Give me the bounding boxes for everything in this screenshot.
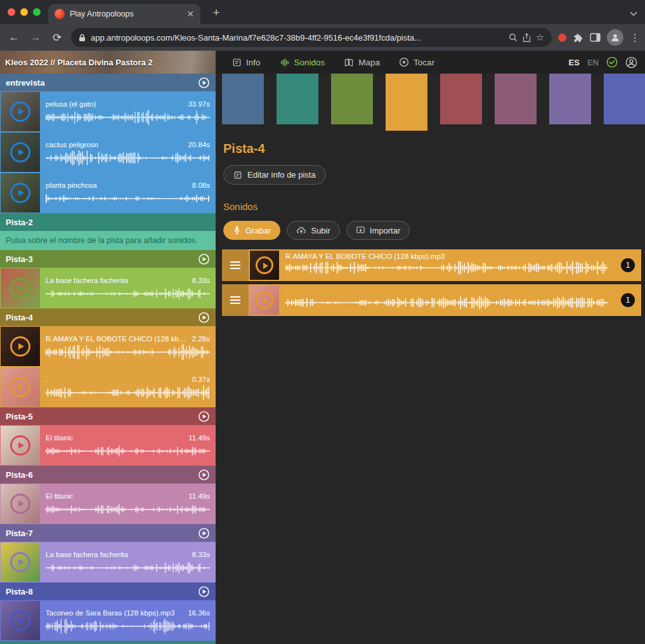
track-swatch-Pista-5[interactable] [440,74,482,124]
sound-row[interactable]: R.AMAYA Y EL BOBOTE CHICO (128 kbps).mp3… [222,249,641,281]
play-track-icon[interactable] [198,77,210,89]
play-track-icon[interactable] [198,527,210,539]
close-window-button[interactable] [8,8,15,16]
track-swatch-Pista-4[interactable] [386,74,427,131]
lang-en[interactable]: EN [587,58,599,67]
track-play-button[interactable] [198,527,210,539]
profile-avatar[interactable] [607,29,623,46]
kebab-menu-icon[interactable]: ⋮ [630,32,639,44]
nav-tab-sonidos[interactable]: Sonidos [280,57,325,67]
sidebar-toggle-icon[interactable] [590,33,601,42]
track-swatch-Pista-8[interactable] [604,74,645,124]
track-play-button[interactable] [198,312,210,324]
clip-thumbnail[interactable] [1,173,40,213]
track-play-button[interactable] [198,469,210,481]
clip-thumbnail[interactable] [1,426,40,465]
clip-thumbnail[interactable] [1,367,40,407]
minimize-window-button[interactable] [20,8,28,16]
project-thumbnail[interactable]: Kleos 2022 // Placeta Divina Pastora 2 [0,51,216,74]
track-swatch-Pista-7[interactable] [549,74,591,124]
track-play-button[interactable] [198,77,210,89]
play-track-icon[interactable] [198,253,210,265]
waveform [46,501,210,518]
clip-row[interactable]: .0.37s [0,367,216,407]
track-play-button[interactable] [198,411,210,423]
back-icon[interactable]: ← [6,31,22,44]
breadcrumb[interactable]: Kleos 2022 // Placeta Divina Pastora 2 [5,58,153,67]
track-name[interactable]: Pista-3 [6,254,33,264]
clip-row[interactable]: El titanic11.49s [0,483,216,524]
drag-handle-icon[interactable] [222,249,249,281]
clip-row[interactable]: planta pinchosa8.08s [0,173,216,213]
address-bar[interactable]: app.antropoloops.com/Kleos-Santa-Marina/… [71,28,552,47]
drag-handle-icon[interactable] [222,284,249,316]
clip-row[interactable]: La base fachera facherita8.33s [0,268,216,308]
clip-row[interactable]: La base fachera facherita8.33s [0,542,216,582]
record-button[interactable]: Grabar [223,221,280,240]
clip-thumbnail[interactable] [1,268,40,308]
sound-row[interactable]: .1 [222,284,641,316]
extensions-puzzle-icon[interactable] [573,32,583,43]
track-play-button[interactable] [198,253,210,265]
track-swatch-Pista-3[interactable] [331,74,373,124]
track-name[interactable]: Pista-6 [6,470,33,480]
extension-record-icon[interactable] [558,34,566,42]
play-track-icon[interactable] [198,411,210,423]
track-play-button[interactable] [198,586,210,598]
edit-track-info-button[interactable]: Editar info de pista [223,165,326,185]
sound-thumbnail[interactable] [250,286,279,315]
share-icon[interactable] [523,33,531,43]
clip-duration: 8.33s [192,277,210,284]
forward-icon[interactable]: → [28,31,43,44]
clip-row[interactable]: cactus peligroso20.84s [0,132,216,173]
track-swatch-Pista-2[interactable] [277,74,318,124]
play-track-icon[interactable] [198,469,210,481]
new-tab-button[interactable]: + [208,4,225,21]
upload-button[interactable]: Subir [287,221,339,240]
import-button[interactable]: Importar [346,221,410,240]
lang-es[interactable]: ES [569,58,580,67]
track-name[interactable]: Pista-8 [6,587,33,596]
browser-tab[interactable]: Play Antropoloops ✕ [48,4,200,24]
track-header-Pista-6[interactable]: Pista-6 [0,466,216,483]
nav-tab-tocar[interactable]: Tocar [399,57,434,67]
chevron-down-icon[interactable] [630,8,637,19]
tab-close-icon[interactable]: ✕ [186,10,194,18]
track-name[interactable]: Pista-5 [6,412,33,421]
zoom-icon[interactable] [509,33,518,42]
clip-row[interactable]: R.AMAYA Y EL BOBOTE CHICO (128 kbps)....… [0,326,216,367]
track-name[interactable]: Pista-2 [6,218,33,227]
nav-tab-info[interactable]: Info [232,57,261,67]
track-header-Pista-8[interactable]: Pista-8 [0,582,216,600]
track-header-Pista-2[interactable]: Pista-2 [0,213,216,231]
account-person-icon[interactable] [625,56,637,69]
play-track-icon[interactable] [198,312,210,324]
clip-row[interactable]: pelusa (el gato)33.97s [0,91,216,132]
track-header-entrevista[interactable]: entrevista [0,74,216,91]
bookmark-star-icon[interactable]: ☆ [536,32,544,43]
reload-icon[interactable]: ⟳ [49,31,65,44]
track-name[interactable]: Pista-4 [6,313,33,322]
clip-thumbnail[interactable] [1,327,40,366]
track-header-Pista-4[interactable]: Pista-4 [0,308,216,326]
clip-thumbnail[interactable] [1,133,40,172]
url-text[interactable]: app.antropoloops.com/Kleos-Santa-Marina/… [91,33,504,43]
track-name[interactable]: Pista-7 [6,529,33,538]
track-swatch-entrevista[interactable] [222,74,264,124]
track-name[interactable]: entrevista [6,78,44,88]
clip-thumbnail[interactable] [1,601,40,640]
track-header-Pista-7[interactable]: Pista-7 [0,524,216,542]
play-track-icon[interactable] [198,586,210,598]
track-header-Pista-3[interactable]: Pista-3 [0,250,216,268]
track-header-Pista-5[interactable]: Pista-5 [0,407,216,425]
zoom-window-button[interactable] [33,8,41,16]
clip-thumbnail[interactable] [1,92,40,131]
nav-tab-mapa[interactable]: Mapa [344,57,380,67]
track-swatch-Pista-6[interactable] [495,74,537,124]
check-circle-icon[interactable] [606,56,618,68]
clip-row[interactable]: Taconeo de Sara Baras (128 kbps).mp316.3… [0,600,216,641]
sound-thumbnail[interactable] [250,251,279,280]
clip-thumbnail[interactable] [1,542,40,582]
clip-row[interactable]: El titanic11.49s [0,425,216,466]
clip-thumbnail[interactable] [1,484,40,523]
